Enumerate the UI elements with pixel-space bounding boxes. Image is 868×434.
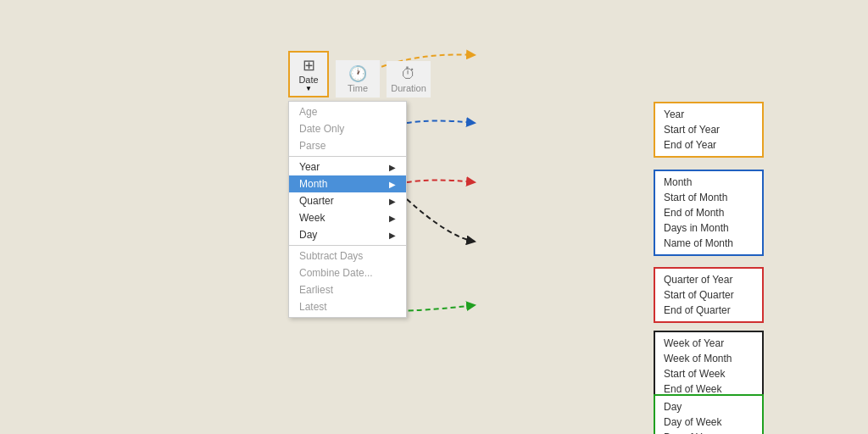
- date-button[interactable]: ⊞ Date ▼: [288, 51, 329, 97]
- menu-item-month[interactable]: Month▶: [289, 175, 406, 192]
- menu-item-latest[interactable]: Latest: [289, 298, 406, 315]
- flyout-week-of-month[interactable]: Week of Month: [655, 351, 762, 366]
- menu-item-week[interactable]: Week▶: [289, 209, 406, 226]
- menu-item-combine-date[interactable]: Combine Date...: [289, 264, 406, 281]
- menu-item-year[interactable]: Year▶: [289, 159, 406, 175]
- flyout-year-year[interactable]: Year: [655, 107, 762, 122]
- flyout-week-start[interactable]: Start of Week: [655, 366, 762, 381]
- flyout-year-end[interactable]: End of Year: [655, 137, 762, 153]
- menu-item-subtract-days[interactable]: Subtract Days: [289, 248, 406, 264]
- flyout-quarter-start[interactable]: Start of Quarter: [655, 287, 762, 303]
- time-label: Time: [348, 83, 368, 93]
- flyout-quarter-end[interactable]: End of Quarter: [655, 303, 762, 318]
- week-arrow: ▶: [389, 214, 396, 223]
- flyout-month-name[interactable]: Name of Month: [655, 236, 762, 251]
- day-arrow: ▶: [389, 231, 396, 240]
- menu-item-age[interactable]: Age: [289, 103, 406, 120]
- menu-item-date-only[interactable]: Date Only: [289, 120, 406, 137]
- menu-item-quarter[interactable]: Quarter▶: [289, 192, 406, 209]
- menu-item-earliest[interactable]: Earliest: [289, 281, 406, 298]
- duration-icon: ⏱: [401, 65, 416, 83]
- flyout-week: Week of Year Week of Month Start of Week…: [654, 331, 764, 402]
- flyout-day-of-week[interactable]: Day of Week: [655, 415, 762, 430]
- flyout-month: Month Start of Month End of Month Days i…: [654, 170, 764, 256]
- time-icon: 🕐: [348, 64, 367, 83]
- duration-button[interactable]: ⏱ Duration: [387, 61, 431, 97]
- date-dropdown-arrow: ▼: [305, 85, 312, 92]
- flyout-day: Day Day of Week Day of Year Start of Day…: [654, 394, 764, 434]
- flyout-year-start[interactable]: Start of Year: [655, 122, 762, 137]
- date-icon: ⊞: [303, 56, 315, 75]
- flyout-month-month[interactable]: Month: [655, 175, 762, 190]
- month-arrow: ▶: [389, 180, 396, 189]
- flyout-month-start[interactable]: Start of Month: [655, 190, 762, 205]
- context-menu: Age Date Only Parse Year▶ Month▶ Quarter…: [288, 101, 407, 318]
- date-label: Date: [298, 75, 318, 85]
- flyout-quarter-of-year[interactable]: Quarter of Year: [655, 272, 762, 287]
- flyout-week-of-year[interactable]: Week of Year: [655, 336, 762, 351]
- duration-label: Duration: [391, 83, 426, 93]
- year-arrow: ▶: [389, 163, 396, 172]
- flyout-day-day[interactable]: Day: [655, 399, 762, 415]
- flyout-month-end[interactable]: End of Month: [655, 205, 762, 220]
- flyout-month-days[interactable]: Days in Month: [655, 220, 762, 236]
- menu-item-parse[interactable]: Parse: [289, 137, 406, 154]
- menu-item-day[interactable]: Day▶: [289, 226, 406, 243]
- time-button[interactable]: 🕐 Time: [336, 60, 380, 97]
- flyout-year: Year Start of Year End of Year: [654, 102, 764, 158]
- quarter-arrow: ▶: [389, 197, 396, 206]
- flyout-day-of-year[interactable]: Day of Year: [655, 430, 762, 434]
- flyout-quarter: Quarter of Year Start of Quarter End of …: [654, 267, 764, 323]
